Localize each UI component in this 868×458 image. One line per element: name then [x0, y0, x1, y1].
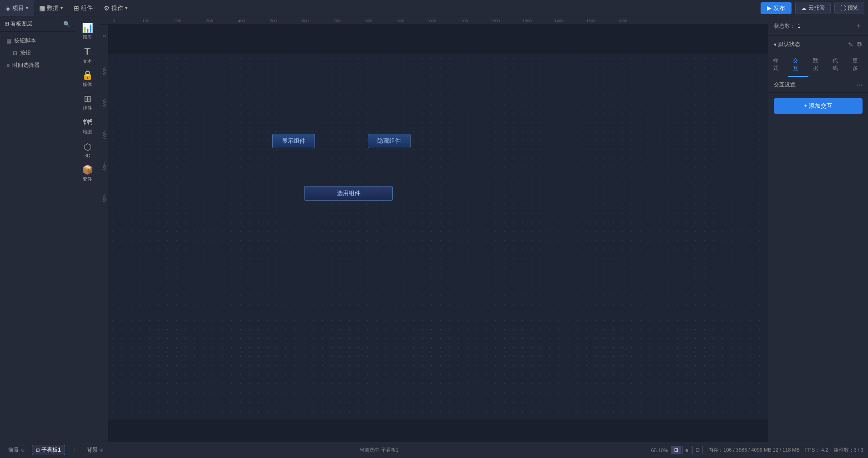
bottom-info: 65.10% ⊞ ≡ ⊡ 内存：106 / 3986 / 4096 MB 12 …	[651, 446, 863, 454]
right-panel: 状态数： 1 ＋ ▾ 默认状态 ✎ ⧉ 样式 交互 数据 代码 更多 交互设置 …	[768, 16, 868, 442]
publish-icon: ▶	[767, 5, 772, 11]
show-component-button[interactable]: 显示组件	[272, 134, 315, 148]
tree-item-time-selector[interactable]: ≡ 时间选择器	[0, 59, 75, 71]
fit-view-button[interactable]: ⊡	[692, 446, 703, 454]
memory-info: 内存：106 / 3986 / 4096 MB 12 / 118 MB	[708, 447, 800, 453]
layers-icon: ⊞	[5, 20, 9, 27]
ruler-corner	[100, 16, 108, 25]
state-count-label: 状态数：	[774, 22, 796, 30]
page-prev[interactable]: 前景 ⊕	[5, 445, 28, 455]
control-icon: ⊞	[84, 93, 91, 104]
add-page-icon: ⊕	[21, 448, 25, 453]
list-view-button[interactable]: ≡	[682, 446, 691, 454]
sidebar-media[interactable]: 🔒 媒体	[76, 67, 99, 90]
chevron-down-icon: ▾	[61, 5, 63, 10]
interaction-more-button[interactable]: ⋯	[856, 81, 863, 89]
preview-button[interactable]: ⛶ 预览	[834, 2, 864, 14]
grid-view-button[interactable]: ⊞	[671, 446, 681, 454]
cloud-icon: ☁	[801, 5, 807, 11]
state-count-row: 状态数： 1 ＋	[774, 21, 863, 31]
map-icon: 🗺	[83, 117, 92, 128]
topbar-actions: ▶ 发布 ☁ 云托管 ⛶ 预览	[761, 0, 864, 16]
copy-state-button[interactable]: ⧉	[856, 40, 863, 49]
canvas-inner: 显示组件 隐藏组件 选用组件	[108, 25, 768, 442]
page-bg[interactable]: 背景 ⊕	[83, 445, 107, 455]
tab-more[interactable]: 更多	[848, 53, 868, 77]
ruler-top: 0 100 200 300 400 500 600 700 800 900 10…	[108, 16, 768, 25]
action-icon: ⚙	[104, 5, 110, 12]
tab-code[interactable]: 代码	[828, 53, 848, 77]
script-icon: ▤	[6, 38, 11, 44]
media-icon: 🔒	[82, 70, 93, 81]
chevron-down-icon: ▾	[774, 41, 777, 48]
3d-icon: ⬡	[84, 141, 91, 152]
menu-action[interactable]: ⚙ 操作 ▾	[98, 0, 133, 16]
tree-item-script[interactable]: ▤ 按钮脚本	[0, 35, 75, 47]
tab-style[interactable]: 样式	[768, 53, 788, 77]
data-icon: ▦	[39, 5, 45, 12]
component-icon: ⊞	[74, 5, 79, 12]
interaction-header: 交互设置 ⋯	[768, 77, 868, 93]
time-icon: ≡	[6, 62, 10, 69]
tab-interaction[interactable]: 交互	[788, 53, 808, 77]
topbar: ◈ 项目 ▾ ▦ 数据 ▾ ⊞ 组件 ⚙ 操作 ▾ ▶ 发布 ☁ 云托管 ⛶	[0, 0, 868, 16]
state-count-section: 状态数： 1 ＋	[768, 16, 868, 36]
topbar-menu: ◈ 项目 ▾ ▦ 数据 ▾ ⊞ 组件 ⚙ 操作 ▾	[0, 0, 133, 16]
bottom-pages: 前景 ⊕ ⊡ 子看板1 ＋ 背景 ⊕	[5, 445, 107, 455]
fps-info: FPS： 4.2	[805, 447, 828, 453]
state-label: ▾ 默认状态	[774, 40, 800, 48]
menu-component[interactable]: ⊞ 组件	[68, 0, 98, 16]
state-count-value: 1	[797, 23, 801, 29]
tree-item-button[interactable]: ⊡ 按钮	[0, 47, 75, 59]
edit-state-button[interactable]: ✎	[847, 40, 854, 49]
zoom-level: 65.10%	[651, 448, 668, 453]
sidebar-text[interactable]: T 文本	[76, 44, 99, 66]
sub-page-icon: ⊡	[36, 448, 40, 453]
sidebar-chart[interactable]: 📊 图表	[76, 20, 99, 43]
menu-project[interactable]: ◈ 项目 ▾	[0, 0, 34, 16]
page-sub[interactable]: ⊡ 子看板1	[32, 445, 65, 455]
menu-data[interactable]: ▦ 数据 ▾	[34, 0, 68, 16]
canvas-area: 0 100 200 300 400 500 600 700 800 900 10…	[100, 16, 768, 442]
default-state-row: ▾ 默认状态 ✎ ⧉	[768, 36, 868, 53]
button-icon: ⊡	[13, 50, 17, 56]
chevron-down-icon: ▾	[125, 5, 127, 10]
zoom-controls: 65.10% ⊞ ≡ ⊡	[651, 446, 703, 454]
sidebar-control[interactable]: ⊞ 控件	[76, 91, 99, 114]
bottom-bar: 前景 ⊕ ⊡ 子看板1 ＋ 背景 ⊕ 当前选中 子看板1 65.10% ⊞ ≡ …	[0, 442, 868, 458]
chevron-down-icon: ▾	[26, 5, 28, 10]
publish-button[interactable]: ▶ 发布	[761, 2, 792, 14]
sidebar-map[interactable]: 🗺 地图	[76, 115, 99, 137]
add-page-button[interactable]: ＋	[69, 445, 80, 455]
selection-component-button[interactable]: 选用组件	[304, 186, 393, 201]
chart-icon: 📊	[82, 22, 93, 33]
project-icon: ◈	[5, 5, 10, 12]
component-count: 组件数：3 / 3	[834, 447, 863, 453]
main-canvas[interactable]: 显示组件 隐藏组件 选用组件	[108, 25, 768, 442]
panel-title: ⊞ 看板图层	[5, 20, 32, 28]
hide-component-button[interactable]: 隐藏组件	[368, 134, 411, 148]
add-interaction-button[interactable]: + 添加交互	[774, 98, 863, 114]
bg-settings-icon: ⊕	[100, 448, 103, 453]
text-icon: T	[84, 45, 90, 57]
cloud-button[interactable]: ☁ 云托管	[795, 2, 831, 14]
bottom-status: 当前选中 子看板1	[360, 447, 399, 453]
sidebar-3d[interactable]: ⬡ 3D	[76, 138, 99, 161]
canvas-board: 显示组件 隐藏组件 选用组件	[108, 54, 768, 313]
tab-data[interactable]: 数据	[808, 53, 828, 77]
property-tabs: 样式 交互 数据 代码 更多	[768, 53, 868, 77]
preview-icon: ⛶	[840, 5, 846, 11]
layer-tree: ▤ 按钮脚本 ⊡ 按钮 ≡ 时间选择器	[0, 32, 75, 74]
panel-header: ⊞ 看板图层 🔍	[0, 16, 75, 32]
left-panel: ⊞ 看板图层 🔍 ▤ 按钮脚本 ⊡ 按钮 ≡ 时间选择器	[0, 16, 75, 442]
search-icon[interactable]: 🔍	[63, 21, 70, 27]
icon-sidebar: 📊 图表 T 文本 🔒 媒体 ⊞ 控件 🗺 地图 ⬡ 3D 📦 套件	[75, 16, 100, 442]
ruler-left: 0 -100 -200 -300 -400 -500	[100, 25, 108, 442]
add-state-button[interactable]: ＋	[854, 21, 863, 31]
interaction-title: 交互设置	[774, 81, 796, 89]
sidebar-kit[interactable]: 📦 套件	[76, 162, 99, 185]
view-toggle: ⊞ ≡ ⊡	[671, 446, 703, 454]
kit-icon: 📦	[82, 164, 93, 175]
